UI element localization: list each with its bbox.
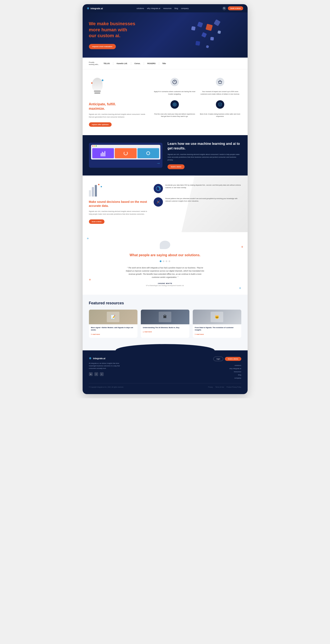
shield-icon xyxy=(218,102,222,107)
dot-1[interactable] xyxy=(160,260,162,262)
login-button[interactable]: login xyxy=(213,357,223,361)
footer-privacy[interactable]: Privacy xyxy=(208,386,213,388)
resource-card-3: 🐱 From Data to Signals: The evolution of… xyxy=(193,310,241,338)
ml-book-demo-button[interactable]: book a demo xyxy=(168,164,184,169)
testimonials-heading-end: about our solutions. xyxy=(168,253,200,257)
book-demo-footer-button[interactable]: book a demo xyxy=(225,357,241,361)
ml-description: Signals are rich, machine-learning-deriv… xyxy=(168,153,241,161)
svg-point-3 xyxy=(219,83,220,84)
svg-point-4 xyxy=(220,83,221,84)
hero-content: We make businesses more human with our c… xyxy=(89,21,173,49)
laptop-arrow: → xyxy=(91,160,160,166)
bar-2 xyxy=(102,152,103,156)
footer-nav-resources[interactable]: resources xyxy=(213,371,241,373)
lightbulb-base1 xyxy=(94,90,101,92)
read-more-3[interactable]: read more xyxy=(195,333,239,336)
feature-icon-2 xyxy=(170,100,179,109)
partner-corus: Corus. xyxy=(134,62,140,64)
explore-offer-optimizer-button[interactable]: explore offer optimizer xyxy=(89,122,112,127)
feature-icon-1 xyxy=(170,78,179,86)
pie-icon xyxy=(155,186,161,192)
laptop-screen: → xyxy=(89,143,163,168)
footer-nav-why[interactable]: why integrate.ai xyxy=(213,368,241,370)
search-icon[interactable]: 🔍 xyxy=(222,6,226,10)
dashboard-card-purple xyxy=(92,148,114,158)
data-feature-2: Reveal patterns that you otherwise would… xyxy=(154,197,241,206)
svg-point-7 xyxy=(174,104,175,105)
nav-company[interactable]: company xyxy=(181,7,189,10)
dot-2[interactable] xyxy=(163,260,164,262)
testimonials-heading: What people are saying about our solutio… xyxy=(89,253,241,257)
footer-social: in f t xyxy=(89,372,120,376)
nav-blog[interactable]: blog xyxy=(174,7,178,10)
footer-bottom: © Copyright integrate.ai Inc. 2020. All … xyxy=(89,383,241,388)
twitter-icon[interactable]: t xyxy=(100,372,104,376)
feature-row-basket: Your moment of impact can convert up to … xyxy=(199,78,241,95)
footer-product-privacy[interactable]: Product Privacy Policy xyxy=(226,386,241,388)
cube-1 xyxy=(197,22,203,28)
target-icon xyxy=(172,102,177,107)
anticipate-heading: Anticipate, fulfill. maximize. xyxy=(89,102,147,111)
nav-right: 🔍 book a demo xyxy=(222,6,243,10)
resources-section: Featured resources 📝 More signal = Bette… xyxy=(82,295,248,344)
data-right: Accelerate your data fabric ROI by relat… xyxy=(154,184,241,206)
read-more-2[interactable]: read more xyxy=(143,330,187,333)
resource-card-1: 📝 More signal = Better Models: add Signa… xyxy=(89,310,138,338)
browser-content xyxy=(91,147,160,160)
plus-decoration-1: + xyxy=(87,236,89,241)
browser-bar xyxy=(91,145,160,147)
feature-row-2: Find the ones who need your help and del… xyxy=(154,100,196,118)
hero-3d-graphic xyxy=(185,18,227,52)
hero-headline-highlight: ai. xyxy=(115,33,120,38)
cube-6 xyxy=(218,30,221,34)
partner-fido: fido xyxy=(162,62,166,64)
testimonial-role: VP at Marketlogics and Strategy Developm… xyxy=(89,285,241,286)
data-icon-2 xyxy=(154,197,163,206)
footer-copyright: © Copyright integrate.ai Inc. 2020. All … xyxy=(89,386,124,388)
divider-1 xyxy=(113,62,113,65)
hero-headline-2: more human with xyxy=(89,27,127,32)
linkedin-icon[interactable]: in xyxy=(89,372,93,376)
feature-icon-3 xyxy=(216,100,224,109)
chart-dot-red xyxy=(98,184,100,185)
navigation: ❄ integrate.ai solutions why integrate.a… xyxy=(82,4,248,12)
nav-solutions[interactable]: solutions xyxy=(136,7,144,10)
page-wrapper: ❄ integrate.ai solutions why integrate.a… xyxy=(82,4,248,394)
data-book-demo-button[interactable]: book a demo xyxy=(89,220,104,224)
read-more-1[interactable]: read more xyxy=(91,333,135,336)
data-feature-1: Accelerate your data fabric ROI by relat… xyxy=(154,184,241,193)
browser-dot-red xyxy=(92,146,93,146)
data-heading-highlight: accurate data. xyxy=(89,204,109,208)
dot-4[interactable] xyxy=(168,260,170,262)
browser-dot-green xyxy=(96,146,97,146)
circle-icon xyxy=(146,151,150,155)
hero-cta-button[interactable]: request a tech evaluation xyxy=(89,44,116,49)
footer-nav-solutions[interactable]: solutions xyxy=(213,364,241,366)
footer-terms[interactable]: Terms of Use xyxy=(216,386,224,388)
resource-title-1: More signal = Better Models: add Signals… xyxy=(91,326,135,331)
nav-logo: ❄ integrate.ai xyxy=(87,7,103,10)
footer-nav-company[interactable]: company xyxy=(213,377,241,379)
chart-dot-blue xyxy=(101,186,102,187)
nav-resources[interactable]: resources xyxy=(163,7,172,10)
clock-icon xyxy=(172,80,177,84)
footer-nav-blog[interactable]: blog xyxy=(213,374,241,376)
cube-2 xyxy=(191,26,196,31)
footer-logo-icon: ❄ xyxy=(89,357,92,360)
footer-wave-spacer xyxy=(82,344,248,350)
bar-chart xyxy=(101,150,105,156)
nav-why[interactable]: why integrate.ai xyxy=(147,7,160,10)
dot-3[interactable] xyxy=(166,260,167,262)
feature-row-3: Best of all, it makes doing business onl… xyxy=(199,100,241,118)
data-heading: Make sound decisions based on the most a… xyxy=(89,200,147,208)
chart-illustration xyxy=(89,184,147,196)
cube-3 xyxy=(201,32,207,38)
book-demo-nav-button[interactable]: book a demo xyxy=(228,6,243,10)
bar-1 xyxy=(101,153,102,156)
footer-logo: ❄ integrate.ai xyxy=(89,357,120,360)
bar-3 xyxy=(103,152,104,156)
lightbulb-body xyxy=(92,78,102,90)
resource-img-icon-3: 🐱 xyxy=(214,315,219,319)
facebook-icon[interactable]: f xyxy=(94,372,98,376)
resource-title-2: Understanding The AI Dilemma: Build vs. … xyxy=(143,326,187,329)
